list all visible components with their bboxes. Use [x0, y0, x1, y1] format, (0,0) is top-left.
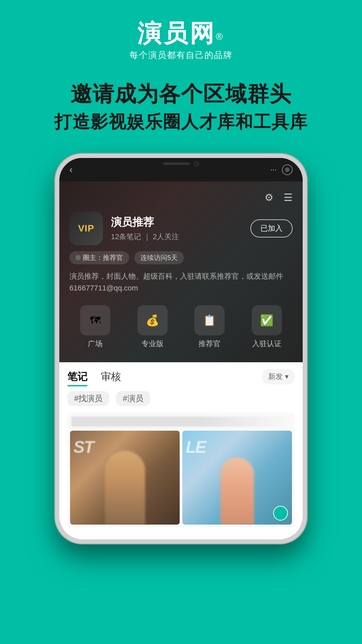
tab-notes[interactable]: 笔记	[67, 370, 87, 384]
post-header-blur	[71, 417, 291, 427]
phone-container: ‹ ··· ⚙ ☰ VIP	[0, 154, 362, 543]
plaza-icon: 🗺	[80, 305, 110, 335]
more-options-icon[interactable]: ···	[270, 165, 277, 174]
camera-lens	[285, 167, 290, 172]
hashtag-1[interactable]: #找演员	[67, 391, 109, 406]
menu-icon[interactable]: ☰	[284, 192, 293, 203]
pro-label: 专业版	[141, 339, 164, 349]
person-silhouette-right	[221, 458, 254, 525]
profile-description: 演员推荐，封面人物、超级百科，入驻请联系推荐官，或发送邮件616677711@q…	[69, 270, 293, 294]
recommender-icon: 📋	[194, 305, 225, 335]
profile-top-icons: ⚙ ☰	[69, 192, 293, 203]
sort-label: 新发	[268, 372, 283, 382]
post-image-left: ST	[70, 431, 180, 525]
pro-icon: 💰	[137, 305, 168, 335]
phone-notch	[147, 158, 215, 170]
style-text-overlay-right: LE	[186, 437, 206, 457]
logo-reg: ®	[216, 31, 225, 42]
phone-screen: ⚙ ☰ VIP 演员推荐 12条笔记 ｜ 2人关注	[59, 181, 303, 539]
hashtag-2[interactable]: #演员	[116, 391, 150, 406]
sort-button[interactable]: 新发 ▾	[262, 369, 295, 384]
quick-link-verify[interactable]: ✅ 入驻认证	[241, 305, 293, 349]
profile-stats: 12条笔记 ｜ 2人关注	[111, 232, 242, 242]
front-camera	[194, 161, 199, 166]
owner-tag-label: 圈主：推荐官	[83, 253, 123, 262]
tag-dot-icon	[75, 255, 81, 260]
post-preview: ST LE	[67, 413, 295, 527]
profile-info: 演员推荐 12条笔记 ｜ 2人关注	[111, 215, 242, 242]
group-profile-section: ⚙ ☰ VIP 演员推荐 12条笔记 ｜ 2人关注	[59, 181, 303, 362]
headline-section: 邀请成为各个区域群头 打造影视娱乐圈人才库和工具库	[0, 74, 362, 151]
headline-sub: 打造影视娱乐圈人才库和工具库	[20, 110, 342, 134]
white-content-section: 笔记 审核 新发 ▾ #找演员 #演员	[59, 362, 303, 539]
hashtags-row: #找演员 #演员	[67, 391, 295, 406]
quick-links-grid: 🗺 广场 💰 专业版 📋 推荐官 ✅ 入驻认证	[69, 302, 293, 356]
join-button[interactable]: 已加入	[250, 219, 293, 237]
logo-subtitle: 每个演员都有自己的品牌	[129, 49, 233, 61]
recommender-label: 推荐官	[198, 339, 221, 349]
verify-icon: ✅	[252, 305, 282, 335]
phone-mockup: ‹ ··· ⚙ ☰ VIP	[55, 154, 307, 543]
quick-link-pro[interactable]: 💰 专业版	[127, 305, 179, 349]
quick-link-plaza[interactable]: 🗺 广场	[69, 305, 121, 349]
images-grid: ST LE	[70, 431, 292, 525]
tabs-left: 笔记 审核	[67, 370, 121, 384]
back-button[interactable]: ‹	[69, 164, 72, 175]
camera-icon[interactable]	[282, 164, 293, 175]
owner-tag: 圈主：推荐官	[69, 251, 129, 264]
verify-label: 入驻认证	[252, 339, 282, 349]
logo-text: 演员网	[137, 20, 216, 47]
corner-avatar	[273, 506, 288, 521]
quick-link-recommender[interactable]: 📋 推荐官	[184, 305, 236, 349]
post-image-right: LE	[182, 431, 292, 525]
notes-count: 12条笔记	[111, 232, 141, 241]
logo-main: 演员网®	[137, 20, 225, 47]
visit-tag-label: 连续访问5天	[140, 253, 178, 262]
profile-tags: 圈主：推荐官 连续访问5天	[69, 251, 293, 264]
app-header: 演员网® 每个演员都有自己的品牌	[0, 0, 362, 74]
visit-tag: 连续访问5天	[134, 251, 184, 264]
phone-top-bar: ‹ ···	[59, 158, 303, 181]
followers-count: 2人关注	[153, 232, 179, 241]
tab-review[interactable]: 审核	[101, 370, 121, 384]
vip-label: VIP	[78, 223, 94, 234]
profile-main-row: VIP 演员推荐 12条笔记 ｜ 2人关注 已加入	[69, 212, 293, 245]
chevron-down-icon: ▾	[285, 372, 289, 381]
style-text-overlay: ST	[73, 437, 94, 457]
tabs-row: 笔记 审核 新发 ▾	[67, 369, 295, 384]
person-silhouette-left	[105, 451, 145, 525]
separator: ｜	[143, 232, 153, 241]
speaker	[163, 162, 190, 165]
group-name: 演员推荐	[111, 215, 242, 230]
plaza-label: 广场	[88, 339, 103, 349]
settings-icon[interactable]: ⚙	[264, 192, 274, 203]
headline-main: 邀请成为各个区域群头	[20, 81, 342, 107]
vip-badge: VIP	[69, 212, 103, 245]
